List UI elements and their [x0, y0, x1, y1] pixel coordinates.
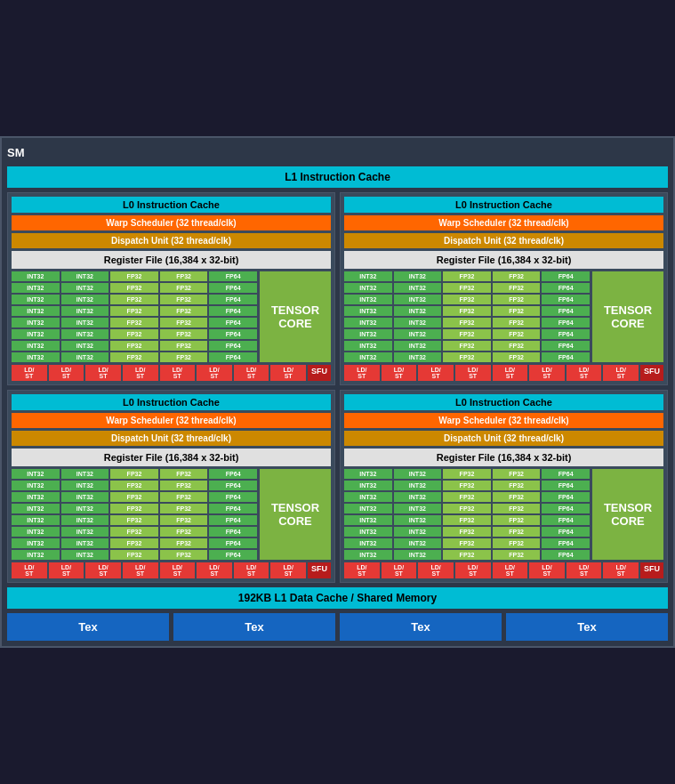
q2-tensor-core: TENSOR CORE	[592, 271, 663, 362]
fp64-cell: FP64	[542, 538, 590, 548]
cu-row: INT32 INT32 FP32 FP32 FP64	[12, 341, 257, 351]
int32-cell: INT32	[61, 538, 109, 548]
ld-st: LD/ST	[567, 365, 602, 381]
ld-st: LD/ST	[344, 562, 380, 578]
q3-register-area: INT32 INT32 FP32 FP32 FP64 INT32 INT32 F…	[12, 469, 331, 560]
fp32-cell: FP32	[160, 341, 208, 351]
fp64-cell: FP64	[542, 492, 590, 502]
q3-l0-cache: L0 Instruction Cache	[12, 394, 331, 410]
q3-sfu-row: LD/ST LD/ST LD/ST LD/ST LD/ST LD/ST LD/S…	[12, 562, 331, 578]
fp64-cell: FP64	[542, 306, 590, 316]
int32-cell: INT32	[12, 352, 60, 362]
fp32-cell: FP32	[110, 295, 158, 304]
q2-register-area: INT32 INT32 FP32 FP32 FP64 INT32 INT32 F…	[344, 271, 663, 362]
int32-cell: INT32	[394, 538, 442, 548]
fp32-cell: FP32	[493, 469, 541, 479]
fp32-cell: FP32	[110, 481, 158, 490]
fp32-cell: FP32	[493, 306, 541, 316]
fp32-cell: FP32	[493, 538, 541, 548]
fp32-cell: FP32	[443, 329, 491, 339]
fp64-cell: FP64	[209, 527, 257, 537]
cu-row: INT32 INT32 FP32 FP32 FP64	[12, 515, 257, 525]
cu-row: INT32 INT32 FP32 FP32 FP64	[12, 492, 257, 502]
int32-cell: INT32	[61, 469, 109, 479]
fp64-cell: FP64	[542, 504, 590, 513]
fp64-cell: FP64	[209, 306, 257, 316]
ld-st: LD/ST	[197, 365, 232, 381]
fp32-cell: FP32	[443, 295, 491, 304]
cu-row: INT32 INT32 FP32 FP32 FP64	[344, 550, 590, 560]
fp32-cell: FP32	[493, 481, 541, 490]
fp32-cell: FP32	[110, 538, 158, 548]
ld-st: LD/ST	[418, 365, 454, 381]
fp32-cell: FP32	[160, 469, 208, 479]
fp64-cell: FP64	[542, 295, 590, 304]
ld-st: LD/ST	[344, 365, 380, 381]
fp64-cell: FP64	[209, 469, 257, 479]
ld-st: LD/ST	[160, 365, 196, 381]
int32-cell: INT32	[61, 306, 109, 316]
q4-register-area: INT32 INT32 FP32 FP32 FP64 INT32 INT32 F…	[344, 469, 663, 560]
cu-row: INT32 INT32 FP32 FP32 FP64	[12, 504, 257, 513]
fp64-cell: FP64	[209, 352, 257, 362]
fp64-cell: FP64	[209, 550, 257, 560]
int32-cell: INT32	[394, 481, 442, 490]
fp32-cell: FP32	[493, 318, 541, 327]
q1-dispatch-unit: Dispatch Unit (32 thread/clk)	[12, 233, 331, 248]
int32-cell: INT32	[344, 492, 392, 502]
q1-cu-section: INT32 INT32 FP32 FP32 FP64 INT32 INT32 F…	[12, 271, 257, 362]
ld-st: LD/ST	[455, 562, 491, 578]
q2-register-file: Register File (16,384 x 32-bit)	[344, 251, 663, 269]
fp64-cell: FP64	[542, 481, 590, 490]
fp32-cell: FP32	[443, 492, 491, 502]
int32-cell: INT32	[12, 469, 60, 479]
cu-row: INT32 INT32 FP32 FP32 FP64	[344, 341, 590, 351]
cu-row: INT32 INT32 FP32 FP32 FP64	[12, 527, 257, 537]
fp64-cell: FP64	[542, 341, 590, 351]
int32-cell: INT32	[344, 271, 392, 281]
tex-4: Tex	[506, 613, 668, 641]
cu-row: INT32 INT32 FP32 FP32 FP64	[344, 538, 590, 548]
q4-register-file: Register File (16,384 x 32-bit)	[344, 449, 663, 466]
tex-3: Tex	[340, 613, 502, 641]
ld-st: LD/ST	[382, 365, 417, 381]
q3-sfu: SFU	[308, 562, 331, 578]
int32-cell: INT32	[344, 295, 392, 304]
quadrants-bottom-row: L0 Instruction Cache Warp Scheduler (32 …	[7, 390, 668, 583]
int32-cell: INT32	[344, 527, 392, 537]
ld-st: LD/ST	[12, 365, 47, 381]
int32-cell: INT32	[394, 527, 442, 537]
cu-row: INT32 INT32 FP32 FP32 FP64	[344, 306, 590, 316]
int32-cell: INT32	[12, 538, 60, 548]
ld-st: LD/ST	[603, 562, 639, 578]
fp32-cell: FP32	[493, 271, 541, 281]
fp64-cell: FP64	[209, 341, 257, 351]
int32-cell: INT32	[344, 538, 392, 548]
ld-st: LD/ST	[85, 562, 121, 578]
fp32-cell: FP32	[443, 504, 491, 513]
fp32-cell: FP32	[160, 527, 208, 537]
q1-l0-cache: L0 Instruction Cache	[12, 197, 331, 213]
fp32-cell: FP32	[443, 352, 491, 362]
cu-row: INT32 INT32 FP32 FP32 FP64	[12, 295, 257, 304]
fp32-cell: FP32	[160, 515, 208, 525]
int32-cell: INT32	[394, 283, 442, 293]
tex-row: Tex Tex Tex Tex	[7, 613, 668, 641]
ld-st: LD/ST	[418, 562, 454, 578]
int32-cell: INT32	[394, 271, 442, 281]
fp32-cell: FP32	[160, 538, 208, 548]
ld-st: LD/ST	[85, 365, 121, 381]
fp32-cell: FP32	[160, 550, 208, 560]
quadrant-2: L0 Instruction Cache Warp Scheduler (32 …	[340, 192, 668, 385]
fp32-cell: FP32	[160, 306, 208, 316]
cu-row: INT32 INT32 FP32 FP32 FP64	[12, 329, 257, 339]
q2-l0-cache: L0 Instruction Cache	[344, 197, 663, 213]
int32-cell: INT32	[344, 504, 392, 513]
int32-cell: INT32	[394, 329, 442, 339]
int32-cell: INT32	[344, 515, 392, 525]
int32-cell: INT32	[61, 481, 109, 490]
int32-cell: INT32	[394, 306, 442, 316]
int32-cell: INT32	[12, 504, 60, 513]
cu-row: INT32 INT32 FP32 FP32 FP64	[344, 295, 590, 304]
q4-tensor-core: TENSOR CORE	[592, 469, 663, 560]
